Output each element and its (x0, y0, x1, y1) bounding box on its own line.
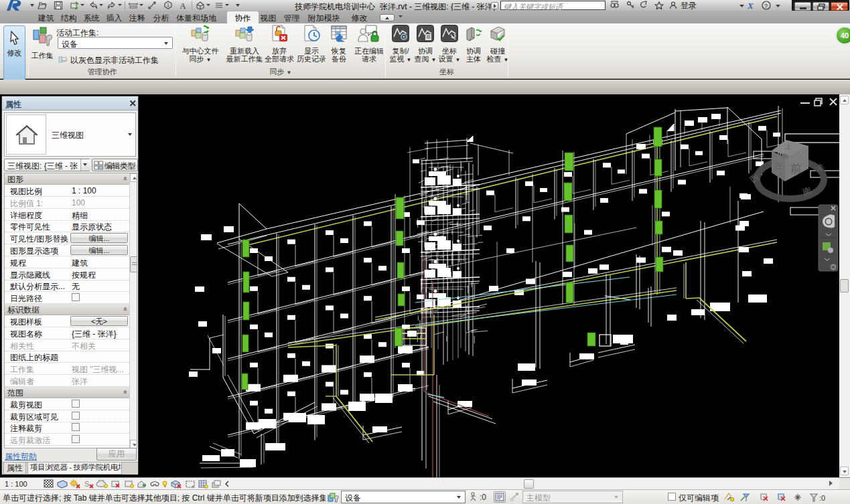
svg-text:1: 1 (167, 3, 169, 7)
svg-text::0: :0 (819, 494, 825, 502)
svg-text:登录: 登录 (681, 1, 697, 10)
svg-text:左: 左 (774, 161, 783, 171)
svg-text:前: 前 (790, 163, 802, 175)
svg-text:A: A (180, 1, 186, 10)
svg-text:X: X (747, 1, 754, 10)
svg-text:S: S (84, 480, 89, 488)
svg-text:?: ? (764, 3, 768, 9)
svg-text:上: 上 (784, 143, 792, 150)
